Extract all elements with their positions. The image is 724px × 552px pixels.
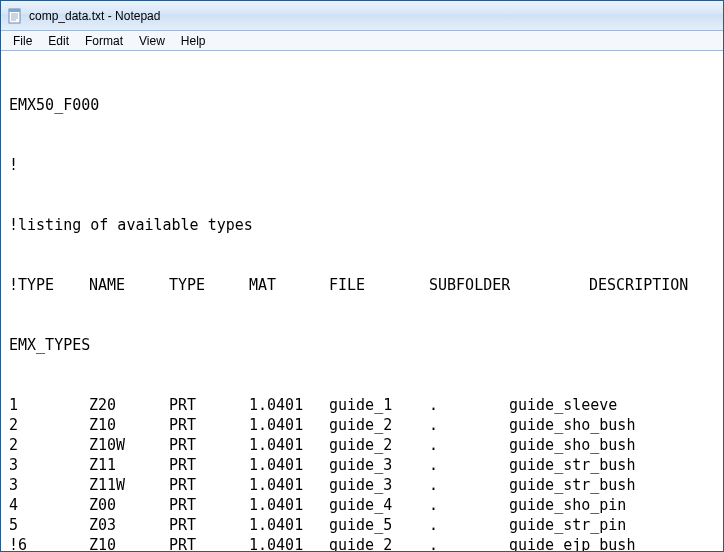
cell-file: guide_1: [329, 395, 429, 415]
cell-sub: .: [429, 435, 509, 455]
cell-type: 3: [9, 475, 89, 495]
text-line: EMX50_F000: [9, 95, 715, 115]
cell-type2: PRT: [169, 475, 249, 495]
menubar: File Edit Format View Help: [1, 31, 723, 51]
cell-sub: .: [429, 395, 509, 415]
hdr-type: !TYPE: [9, 275, 89, 295]
cell-name: Z03: [89, 515, 169, 535]
text-area[interactable]: EMX50_F000 ! !listing of available types…: [1, 51, 723, 552]
cell-desc: guide_str_bush: [509, 475, 715, 495]
data-row: 4Z00PRT1.0401guide_4.guide_sho_pin: [9, 495, 715, 515]
data-row: 3Z11WPRT1.0401guide_3.guide_str_bush: [9, 475, 715, 495]
cell-mat: 1.0401: [249, 395, 329, 415]
cell-sub: .: [429, 515, 509, 535]
text-line: !: [9, 155, 715, 175]
cell-name: Z11W: [89, 475, 169, 495]
cell-mat: 1.0401: [249, 435, 329, 455]
cell-file: guide_5: [329, 515, 429, 535]
cell-name: Z10: [89, 535, 169, 552]
cell-mat: 1.0401: [249, 495, 329, 515]
cell-file: guide_2: [329, 415, 429, 435]
cell-sub: .: [429, 415, 509, 435]
data-row: !6Z10PRT1.0401guide_2.guide_ejp_bush: [9, 535, 715, 552]
cell-type: !6: [9, 535, 89, 552]
cell-mat: 1.0401: [249, 415, 329, 435]
menu-help[interactable]: Help: [173, 32, 214, 50]
hdr-mat: MAT: [249, 275, 329, 295]
cell-file: guide_2: [329, 535, 429, 552]
data-row: 1Z20PRT1.0401guide_1.guide_sleeve: [9, 395, 715, 415]
cell-type: 2: [9, 415, 89, 435]
cell-file: guide_3: [329, 455, 429, 475]
cell-mat: 1.0401: [249, 455, 329, 475]
menu-format[interactable]: Format: [77, 32, 131, 50]
cell-file: guide_4: [329, 495, 429, 515]
hdr-sub: SUBFOLDER: [429, 275, 589, 295]
data-row: 3Z11PRT1.0401guide_3.guide_str_bush: [9, 455, 715, 475]
cell-mat: 1.0401: [249, 475, 329, 495]
notepad-icon: [7, 8, 23, 24]
hdr-type2: TYPE: [169, 275, 249, 295]
cell-type2: PRT: [169, 515, 249, 535]
data-row: 2Z10WPRT1.0401guide_2.guide_sho_bush: [9, 435, 715, 455]
cell-desc: guide_ejp_bush: [509, 535, 715, 552]
window-title: comp_data.txt - Notepad: [29, 9, 160, 23]
data-row: 5Z03PRT1.0401guide_5.guide_str_pin: [9, 515, 715, 535]
hdr-name: NAME: [89, 275, 169, 295]
data-row: 2Z10PRT1.0401guide_2.guide_sho_bush: [9, 415, 715, 435]
hdr-file: FILE: [329, 275, 429, 295]
cell-mat: 1.0401: [249, 535, 329, 552]
svg-rect-1: [9, 9, 20, 12]
cell-desc: guide_sleeve: [509, 395, 715, 415]
cell-file: guide_3: [329, 475, 429, 495]
cell-file: guide_2: [329, 435, 429, 455]
cell-type: 3: [9, 455, 89, 475]
menu-view[interactable]: View: [131, 32, 173, 50]
cell-desc: guide_sho_pin: [509, 495, 715, 515]
menu-edit[interactable]: Edit: [40, 32, 77, 50]
cell-desc: guide_str_bush: [509, 455, 715, 475]
cell-type2: PRT: [169, 495, 249, 515]
cell-mat: 1.0401: [249, 515, 329, 535]
cell-type2: PRT: [169, 435, 249, 455]
cell-desc: guide_sho_bush: [509, 415, 715, 435]
cell-type: 5: [9, 515, 89, 535]
cell-desc: guide_sho_bush: [509, 435, 715, 455]
cell-name: Z11: [89, 455, 169, 475]
titlebar: comp_data.txt - Notepad: [1, 1, 723, 31]
cell-sub: .: [429, 455, 509, 475]
cell-sub: .: [429, 495, 509, 515]
text-line: EMX_TYPES: [9, 335, 715, 355]
cell-name: Z10W: [89, 435, 169, 455]
cell-type: 1: [9, 395, 89, 415]
cell-name: Z10: [89, 415, 169, 435]
cell-type2: PRT: [169, 415, 249, 435]
text-line: !listing of available types: [9, 215, 715, 235]
cell-name: Z00: [89, 495, 169, 515]
cell-type2: PRT: [169, 455, 249, 475]
cell-type: 2: [9, 435, 89, 455]
cell-type: 4: [9, 495, 89, 515]
cell-sub: .: [429, 535, 509, 552]
hdr-desc: DESCRIPTION: [589, 275, 715, 295]
cell-name: Z20: [89, 395, 169, 415]
cell-type2: PRT: [169, 535, 249, 552]
cell-desc: guide_str_pin: [509, 515, 715, 535]
cell-type2: PRT: [169, 395, 249, 415]
header-row: !TYPE NAME TYPE MAT FILE SUBFOLDER DESCR…: [9, 275, 715, 295]
cell-sub: .: [429, 475, 509, 495]
menu-file[interactable]: File: [5, 32, 40, 50]
